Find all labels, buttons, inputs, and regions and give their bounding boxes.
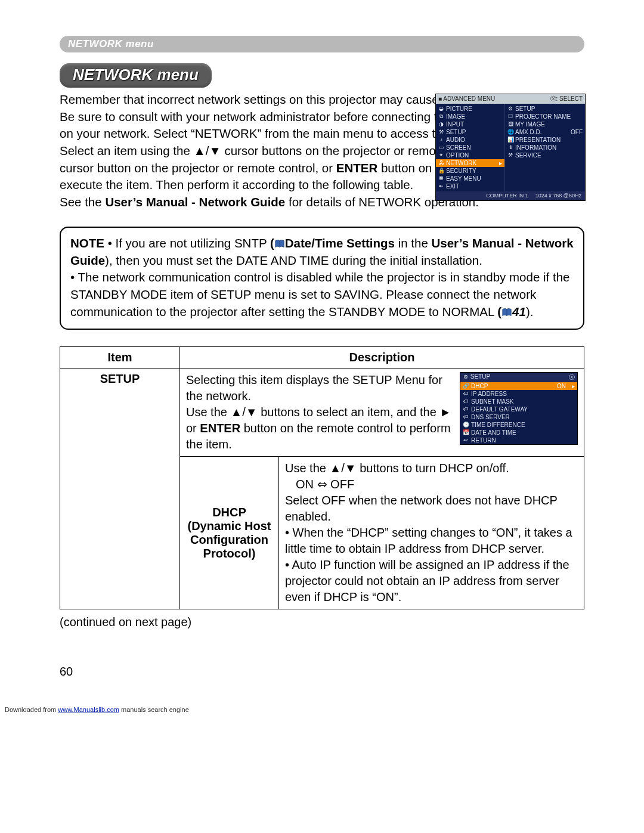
footer-link[interactable]: www.Manualslib.com bbox=[58, 706, 119, 713]
return-icon: ↩ bbox=[463, 436, 469, 444]
s-1: IP ADDRESS bbox=[471, 390, 507, 398]
osd-l-8: SECURITY bbox=[446, 167, 476, 175]
osd-l-4: AUDIO bbox=[446, 136, 465, 144]
date-icon: 📅 bbox=[463, 429, 469, 436]
page-number: 60 bbox=[60, 665, 584, 679]
row-item-setup: SETUP bbox=[60, 368, 180, 609]
r-ic-4: 📊 bbox=[507, 136, 513, 144]
desc-top-a: Selecting this item displays the SETUP M… bbox=[186, 373, 442, 402]
description-table: Item Description SETUP Selecting this it… bbox=[60, 346, 584, 609]
option-icon: ✦ bbox=[438, 151, 444, 159]
s-4: DNS SERVER bbox=[471, 413, 510, 421]
osd-l-6: OPTION bbox=[446, 151, 469, 159]
r-ic-2: 🖼 bbox=[507, 120, 513, 128]
osd-r-5: INFORMATION bbox=[515, 144, 556, 151]
sd-c: • When the “DHCP” setting changes to “ON… bbox=[285, 526, 572, 555]
image-icon: ⧉ bbox=[438, 113, 444, 120]
sub-l1: DHCP bbox=[212, 506, 246, 519]
osd-r-0: SETUP bbox=[515, 105, 535, 113]
r-ic-5: ℹ bbox=[507, 144, 513, 151]
osd-l-9: EASY MENU bbox=[446, 175, 481, 182]
osd-hdr-right: ⓧ: SELECT bbox=[550, 95, 583, 103]
r-ic-0: ⚙ bbox=[507, 105, 513, 113]
osd-l-3: SETUP bbox=[446, 128, 466, 136]
page-title: NETWORK menu bbox=[60, 63, 212, 88]
sd-toggle: ON ⇔ OFF bbox=[285, 476, 354, 493]
s-6: DATE AND TIME bbox=[471, 429, 516, 436]
chev-r-icon: ▸ bbox=[572, 382, 575, 390]
setup-icon: ⚒ bbox=[438, 128, 444, 136]
intro-p3a: See the bbox=[60, 195, 105, 209]
ip-icon: 🏷 bbox=[463, 390, 469, 398]
th-desc: Description bbox=[180, 347, 584, 368]
breadcrumb-pill: NETWORK menu bbox=[60, 36, 584, 52]
osd-r-2: MY IMAGE bbox=[515, 120, 545, 128]
dns-icon: 🏷 bbox=[463, 413, 469, 421]
sub-l4: Protocol) bbox=[203, 547, 256, 560]
setup-hdr-right: ⓧ bbox=[569, 373, 575, 382]
note-1c: in the bbox=[395, 236, 432, 250]
s-3: DEFAULT GATEWAY bbox=[471, 405, 528, 413]
exit-icon: ⇤ bbox=[438, 182, 444, 190]
note-2b: ). bbox=[526, 305, 534, 318]
book-icon bbox=[274, 240, 285, 248]
osd-footer-right: 1024 x 768 @60Hz bbox=[535, 192, 581, 200]
security-icon: 🔒 bbox=[438, 167, 444, 175]
osd-r-3: AMX D.D. bbox=[515, 128, 541, 136]
note-paren: ( bbox=[270, 236, 274, 250]
network-icon: 🖧 bbox=[438, 159, 444, 167]
enter-bold-1: ENTER bbox=[336, 161, 377, 175]
note-1b: Date/Time Settings bbox=[285, 236, 395, 250]
note-box: NOTE • If you are not utilizing SNTP (Da… bbox=[60, 227, 584, 330]
continued-label: (continued on next page) bbox=[60, 615, 584, 629]
s-5: TIME DIFFERENCE bbox=[471, 421, 525, 429]
row-desc-top: Selecting this item displays the SETUP M… bbox=[180, 368, 584, 457]
sub-desc-dhcp: Use the ▲/▼ buttons to turn DHCP on/off.… bbox=[279, 457, 584, 609]
note-ref: 41 bbox=[512, 305, 526, 318]
note-1e: ), then you must set the DATE AND TIME d… bbox=[105, 253, 482, 267]
note-2a: • The network communication control is d… bbox=[70, 270, 569, 318]
sd-b: Select OFF when the network does not hav… bbox=[285, 494, 558, 523]
osd-r-4: PRESENTATION bbox=[515, 136, 561, 144]
osd-l-10: EXIT bbox=[446, 182, 459, 190]
footer-a: Downloaded from bbox=[5, 706, 58, 713]
note-1a: • If you are not utilizing SNTP bbox=[104, 236, 270, 250]
r-ic-1: ☐ bbox=[507, 113, 513, 120]
sub-l2: (Dynamic Host bbox=[187, 519, 271, 532]
desc-top-bold: ENTER bbox=[200, 422, 240, 435]
setup-hdr-left: SETUP bbox=[470, 373, 490, 380]
osd-l-7: NETWORK bbox=[446, 159, 476, 167]
mask-icon: 🏷 bbox=[463, 398, 469, 405]
note-label: NOTE bbox=[70, 236, 104, 250]
osd-r-1: PROJECTOR NAME bbox=[515, 113, 571, 120]
osd-hdr-left: ■ ADVANCED MENU bbox=[438, 95, 495, 103]
s-0v: ON bbox=[557, 382, 569, 390]
osd-l-2: INPUT bbox=[446, 120, 464, 128]
intro-block: Remember that incorrect network settings… bbox=[60, 91, 584, 211]
r-ic-3: 🌐 bbox=[507, 128, 513, 136]
osd-setup-screenshot: ⚙ SETUPⓧ 🔗DHCPON▸ 🏷IP ADDRESS 🏷SUBNET MA… bbox=[460, 372, 578, 453]
picture-icon: ◒ bbox=[438, 105, 444, 113]
s-0: DHCP bbox=[471, 382, 488, 390]
th-item: Item bbox=[60, 347, 180, 368]
input-icon: ◑ bbox=[438, 120, 444, 128]
osd-main-screenshot: ■ ADVANCED MENU ⓧ: SELECT ◒PICTURE ⧉IMAG… bbox=[435, 94, 586, 201]
time-icon: 🕒 bbox=[463, 421, 469, 429]
osd-l-0: PICTURE bbox=[446, 105, 472, 113]
sd-d: • Auto IP function will be assigned an I… bbox=[285, 558, 569, 603]
sub-l3: Configuration bbox=[190, 533, 268, 546]
r-ic-6: ⚒ bbox=[507, 151, 513, 159]
download-footer: Downloaded from www.Manualslib.com manua… bbox=[0, 702, 644, 719]
osd-footer-left: COMPUTER IN 1 bbox=[486, 192, 528, 200]
screen-icon: ▭ bbox=[438, 144, 444, 151]
osd-l-1: IMAGE bbox=[446, 113, 465, 120]
sd-a: Use the ▲/▼ buttons to turn DHCP on/off. bbox=[285, 462, 509, 475]
osd-r-6: SERVICE bbox=[515, 151, 541, 159]
setup-hdr-icon: ⚙ bbox=[463, 374, 469, 380]
footer-b: manuals search engine bbox=[119, 706, 189, 713]
osd-r-3v: OFF bbox=[571, 128, 583, 136]
audio-icon: ♪ bbox=[438, 136, 444, 144]
osd-l-5: SCREEN bbox=[446, 144, 471, 151]
easymenu-icon: ≣ bbox=[438, 175, 444, 182]
intro-p3b: User’s Manual - Network Guide bbox=[105, 195, 285, 209]
